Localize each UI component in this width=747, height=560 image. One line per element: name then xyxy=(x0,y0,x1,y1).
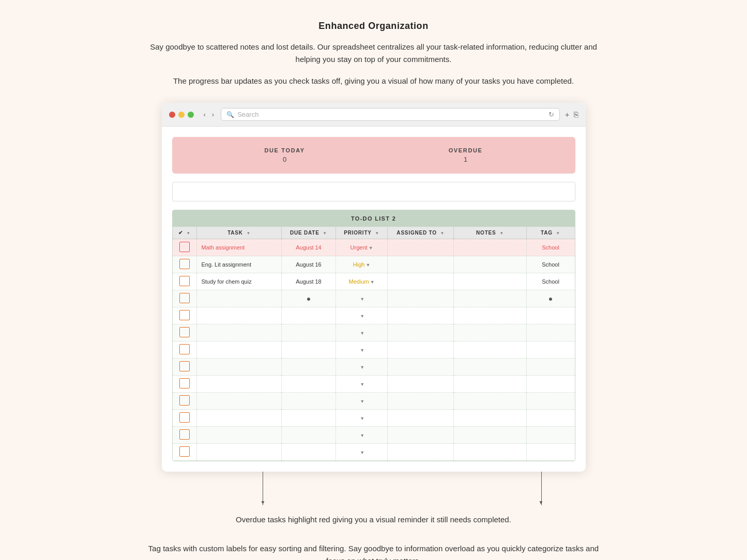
priority-filter-icon[interactable]: ▼ xyxy=(375,231,379,236)
notes-cell xyxy=(454,341,526,359)
notes-cell xyxy=(454,444,526,461)
tag-cell xyxy=(526,324,574,341)
notes-cell xyxy=(454,427,526,444)
tag-cell: School xyxy=(526,239,574,256)
due-date-cell xyxy=(281,427,336,444)
new-tab-button[interactable]: + xyxy=(565,110,570,119)
table-row: Study for chem quizAugust 18Medium▼Schoo… xyxy=(173,273,575,290)
overdue-value: 1 xyxy=(449,155,483,163)
task-cell xyxy=(197,290,281,307)
duplicate-button[interactable]: ⎘ xyxy=(574,110,578,119)
tag-cell xyxy=(526,393,574,410)
search-icon: 🔍 xyxy=(226,111,234,118)
table-row: Math assignmentAugust 14Urgent▼School xyxy=(173,239,575,256)
notes-filter-icon[interactable]: ▼ xyxy=(499,231,504,236)
notes-cell xyxy=(454,393,526,410)
priority-cell: ▼ xyxy=(336,393,388,410)
notes-cell xyxy=(454,359,526,376)
maximize-button[interactable] xyxy=(188,112,194,118)
assigned-cell xyxy=(388,256,454,273)
col-due-date: DUE DATE ▼ xyxy=(281,227,336,239)
task-cell: Study for chem quiz xyxy=(197,273,281,290)
table-row: ●▼● xyxy=(173,290,575,307)
notes-cell xyxy=(454,410,526,427)
notes-cell xyxy=(454,256,526,273)
assigned-cell xyxy=(388,341,454,359)
checkbox-cell[interactable] xyxy=(173,376,197,393)
tag-cell xyxy=(526,376,574,393)
col-assigned-to: ASSIGNED TO ▼ xyxy=(388,227,454,239)
tag-cell xyxy=(526,341,574,359)
description-1: Say goodbye to scattered notes and lost … xyxy=(141,41,606,66)
checkbox-cell[interactable] xyxy=(173,427,197,444)
check-filter-icon[interactable]: ▼ xyxy=(186,231,191,236)
task-cell: Eng. Lit assignment xyxy=(197,256,281,273)
due-date-cell xyxy=(281,393,336,410)
checkbox-cell[interactable] xyxy=(173,307,197,324)
due-date-cell xyxy=(281,410,336,427)
duedate-filter-icon[interactable]: ▼ xyxy=(323,231,327,236)
address-bar[interactable]: 🔍 Search ↻ xyxy=(221,108,560,121)
back-button[interactable]: ‹ xyxy=(202,111,207,118)
refresh-icon[interactable]: ↻ xyxy=(548,111,554,118)
assigned-filter-icon[interactable]: ▼ xyxy=(440,231,445,236)
task-cell xyxy=(197,393,281,410)
assigned-cell xyxy=(388,393,454,410)
due-date-cell: August 14 xyxy=(281,239,336,256)
stats-banner: DUE TODAY 0 OVERDUE 1 xyxy=(172,137,575,174)
assigned-cell xyxy=(388,290,454,307)
browser-window: ‹ › 🔍 Search ↻ + ⎘ DUE TODAY 0 xyxy=(162,103,586,472)
task-cell xyxy=(197,324,281,341)
forward-button[interactable]: › xyxy=(210,111,216,118)
col-priority: PRIORITY ▼ xyxy=(336,227,388,239)
assigned-cell xyxy=(388,273,454,290)
task-filter-icon[interactable]: ▼ xyxy=(246,231,251,236)
tag-cell: ● xyxy=(526,290,574,307)
due-today-label: DUE TODAY xyxy=(264,147,304,153)
checkbox-cell[interactable] xyxy=(173,239,197,256)
traffic-lights xyxy=(169,112,194,118)
checkbox-cell[interactable] xyxy=(173,256,197,273)
checkbox-cell[interactable] xyxy=(173,273,197,290)
task-cell: Math assignment xyxy=(197,239,281,256)
assigned-cell xyxy=(388,376,454,393)
priority-cell: ▼ xyxy=(336,307,388,324)
checkbox-cell[interactable] xyxy=(173,410,197,427)
tag-cell xyxy=(526,444,574,461)
right-arrow-head: ▼ xyxy=(539,500,544,505)
priority-cell: Medium▼ xyxy=(336,273,388,290)
checkbox-cell[interactable] xyxy=(173,290,197,307)
due-date-cell xyxy=(281,341,336,359)
priority-cell: ▼ xyxy=(336,444,388,461)
checkbox-cell[interactable] xyxy=(173,393,197,410)
due-today-value: 0 xyxy=(264,155,304,163)
assigned-cell xyxy=(388,324,454,341)
table-row: ▼ xyxy=(173,341,575,359)
close-button[interactable] xyxy=(169,112,175,118)
table-row: ▼ xyxy=(173,444,575,461)
due-date-cell: August 16 xyxy=(281,256,336,273)
minimize-button[interactable] xyxy=(178,112,185,118)
overdue-stat: OVERDUE 1 xyxy=(449,147,483,163)
due-date-cell xyxy=(281,376,336,393)
checkbox-cell[interactable] xyxy=(173,359,197,376)
checkbox-cell[interactable] xyxy=(173,341,197,359)
due-date-cell xyxy=(281,444,336,461)
col-notes: NOTES ▼ xyxy=(454,227,526,239)
overdue-label: OVERDUE xyxy=(449,147,483,153)
due-date-cell xyxy=(281,324,336,341)
task-cell xyxy=(197,410,281,427)
assigned-cell xyxy=(388,410,454,427)
spreadsheet-container: TO-DO LIST 2 ✔ ▼ TASK ▼ xyxy=(172,210,575,461)
nav-arrows: ‹ › xyxy=(202,111,216,118)
tag-cell xyxy=(526,359,574,376)
col-task: TASK ▼ xyxy=(197,227,281,239)
task-cell xyxy=(197,359,281,376)
checkbox-cell[interactable] xyxy=(173,444,197,461)
checkbox-cell[interactable] xyxy=(173,324,197,341)
table-row: ▼ xyxy=(173,410,575,427)
table-row: ▼ xyxy=(173,427,575,444)
notes-cell xyxy=(454,290,526,307)
tag-filter-icon[interactable]: ▼ xyxy=(556,231,560,236)
left-arrow-head: ▼ xyxy=(261,500,266,505)
